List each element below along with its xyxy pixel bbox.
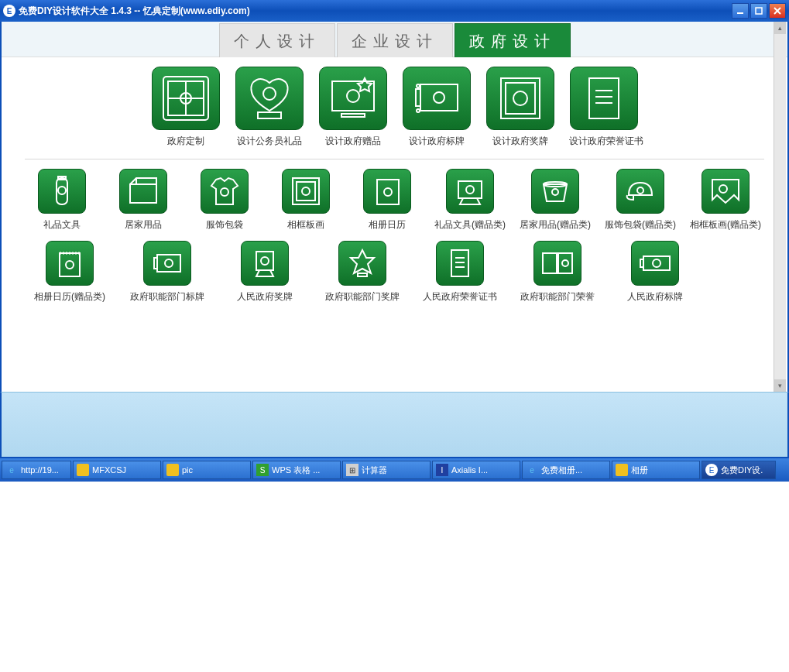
item-clothing-gift[interactable]: 服饰包袋(赠品类) [605, 169, 676, 231]
item-stationery[interactable]: 礼品文具 [28, 169, 95, 231]
maximize-button[interactable] [750, 3, 767, 19]
item-people-gov-sign[interactable]: 人民政府标牌 [613, 241, 697, 303]
app-icon: E [3, 5, 15, 17]
svg-point-17 [417, 84, 420, 87]
item-label: 设计政府荣誉证书 [569, 135, 639, 148]
item-gov-gift[interactable]: 设计政府赠品 [318, 67, 388, 148]
svg-rect-29 [130, 184, 156, 203]
svg-rect-47 [157, 255, 180, 272]
app-content: 个人设计 企业设计 政府设计 政府定制 设计公务员礼品 设 [0, 22, 789, 392]
dept-sign-icon [143, 241, 191, 286]
item-household[interactable]: 居家用品 [109, 169, 177, 231]
item-people-gov-medal[interactable]: 人民政府奖牌 [223, 241, 307, 303]
monitor-star-icon [319, 67, 387, 130]
taskbar-item-wps[interactable]: S WPS 表格 ... [252, 461, 341, 479]
close-button[interactable] [769, 3, 786, 19]
svg-rect-35 [377, 180, 399, 204]
item-label: 设计政府奖牌 [485, 135, 555, 148]
svg-point-48 [165, 259, 173, 267]
item-label: 相框板画(赠品类) [690, 218, 761, 231]
item-label: 人民政府荣誉证书 [418, 290, 502, 303]
svg-point-43 [719, 185, 727, 193]
folder-icon [616, 464, 628, 476]
main-tabs: 个人设计 企业设计 政府设计 [2, 22, 787, 57]
tab-government-design[interactable]: 政府设计 [455, 23, 571, 57]
item-label: 相册日历(赠品类) [28, 290, 111, 303]
framed-medal-icon [486, 67, 554, 130]
item-gov-custom[interactable]: 政府定制 [151, 67, 221, 148]
svg-point-39 [466, 186, 474, 194]
ie-icon: e [526, 464, 538, 476]
minimize-button[interactable] [732, 3, 749, 19]
taskbar-item-http[interactable]: e http://19... [2, 461, 71, 479]
svg-rect-19 [501, 78, 540, 118]
item-gov-medal[interactable]: 设计政府奖牌 [485, 67, 555, 148]
svg-rect-49 [154, 258, 157, 269]
tshirt-icon [201, 169, 249, 214]
taskbar-item-album-folder[interactable]: 相册 [612, 461, 700, 479]
item-label: 人民政府标牌 [613, 290, 697, 303]
app-icon: E [705, 464, 718, 476]
tab-personal-design[interactable]: 个人设计 [219, 23, 335, 57]
notebook-icon [363, 169, 411, 214]
item-gov-certificate[interactable]: 设计政府荣誉证书 [569, 67, 639, 148]
svg-rect-14 [420, 84, 458, 111]
taskbar-label: http://19... [21, 465, 59, 475]
item-stationery-gift[interactable]: 礼品文具(赠品类) [434, 169, 506, 231]
category-row-2: 相册日历(赠品类) 政府职能部门标牌 人民政府奖牌 政府职能部门奖牌 人民政府荣… [25, 241, 764, 313]
scroll-down-icon[interactable]: ▾ [774, 379, 786, 392]
taskbar-item-axialis[interactable]: I Axialis I... [432, 461, 520, 479]
item-album-calendar[interactable]: 相册日历 [353, 169, 420, 231]
item-civil-servant-gift[interactable]: 设计公务员礼品 [235, 67, 304, 148]
taskbar-item-free-album[interactable]: e 免费相册... [522, 461, 610, 479]
svg-rect-38 [458, 181, 482, 198]
svg-rect-10 [258, 112, 281, 118]
item-label: 设计政府标牌 [402, 135, 472, 148]
taskbar-item-current-app[interactable]: E 免费DIY设. [702, 461, 776, 479]
svg-rect-58 [558, 253, 572, 273]
item-household-gift[interactable]: 居家用品(赠品类) [520, 169, 591, 231]
svg-rect-13 [341, 114, 365, 117]
tab-enterprise-design[interactable]: 企业设计 [337, 23, 453, 57]
scroll-up-icon[interactable]: ▴ [774, 22, 786, 34]
star-trophy-icon [338, 241, 386, 286]
item-label: 居家用品(赠品类) [520, 218, 591, 231]
svg-point-42 [637, 187, 643, 194]
svg-rect-60 [643, 256, 670, 270]
taskbar-item-mfxcsj[interactable]: MFXCSJ [73, 461, 161, 479]
svg-point-28 [58, 187, 66, 194]
item-gov-sign[interactable]: 设计政府标牌 [402, 67, 472, 148]
item-label: 政府职能部门荣誉 [516, 290, 599, 303]
svg-point-37 [384, 188, 392, 196]
window-titlebar: E 免费DIY设计软件大全 1.4.3 -- 忆典定制(www.ediy.com… [0, 0, 789, 22]
item-dept-honor[interactable]: 政府职能部门荣誉 [516, 241, 599, 303]
svg-point-46 [66, 261, 74, 269]
svg-point-18 [417, 109, 420, 112]
svg-rect-22 [589, 78, 619, 118]
item-label: 相册日历 [353, 218, 420, 231]
svg-rect-16 [416, 89, 420, 106]
item-people-gov-cert[interactable]: 人民政府荣誉证书 [418, 241, 502, 303]
item-clothing[interactable]: 服饰包袋 [190, 169, 258, 231]
trophy-plaque-icon [241, 241, 289, 286]
item-album-calendar-gift[interactable]: 相册日历(赠品类) [28, 241, 111, 303]
taskbar-item-calc[interactable]: ⊞ 计算器 [342, 461, 431, 479]
taskbar-item-pic[interactable]: pic [163, 461, 251, 479]
item-label: 政府职能部门奖牌 [321, 290, 404, 303]
featured-row: 政府定制 设计公务员礼品 设计政府赠品 设计政府标牌 [25, 67, 764, 159]
item-frame[interactable]: 相框板画 [272, 169, 339, 231]
svg-point-9 [263, 87, 276, 100]
item-dept-sign[interactable]: 政府职能部门标牌 [125, 241, 209, 303]
taskbar-label: pic [182, 465, 193, 475]
calc-icon: ⊞ [346, 464, 358, 476]
wps-icon: S [256, 464, 269, 476]
sign-plaque-icon [403, 67, 471, 130]
wide-sign-icon [631, 241, 679, 286]
cap-icon [616, 169, 664, 214]
item-label: 相框板画 [272, 218, 339, 231]
heart-trophy-icon [235, 67, 304, 130]
item-frame-gift[interactable]: 相框板画(赠品类) [690, 169, 761, 231]
svg-point-61 [653, 259, 660, 267]
item-dept-medal[interactable]: 政府职能部门奖牌 [321, 241, 404, 303]
scrollbar[interactable]: ▴ ▾ [774, 22, 786, 392]
